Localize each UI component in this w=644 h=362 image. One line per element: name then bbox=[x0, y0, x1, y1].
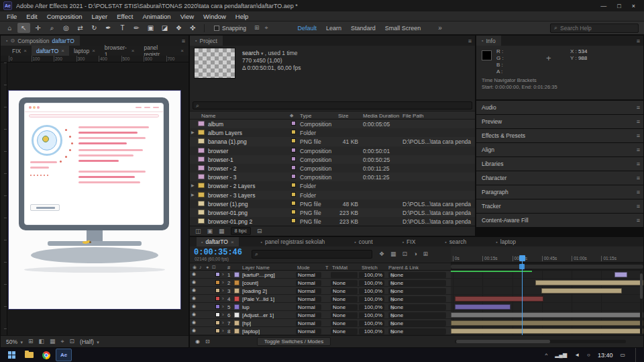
folder-expand-icon[interactable]: ▶ bbox=[191, 130, 195, 134]
trkmat-dropdown[interactable]: None ▾ bbox=[331, 328, 358, 334]
timeline-tab[interactable]: ▪ daftarTO × bbox=[197, 237, 239, 246]
toggle-switches-modes-button[interactable]: Toggle Switches / Modes bbox=[257, 337, 331, 346]
interpret-footage-icon[interactable]: ◫ bbox=[195, 228, 201, 234]
menu-item[interactable]: Help bbox=[231, 13, 254, 20]
viewer-tab[interactable]: FIX × bbox=[7, 46, 32, 56]
layer-duration-bar[interactable] bbox=[614, 272, 627, 277]
layer-expand-icon[interactable]: › bbox=[222, 279, 224, 285]
zoom-dropdown[interactable]: 50% ▾ bbox=[6, 338, 23, 345]
current-timecode[interactable]: 0:00:35:46 bbox=[194, 248, 242, 257]
viewer-tab[interactable]: daftarTO × bbox=[32, 46, 69, 56]
project-row[interactable]: browser - 2 Composition 0:00:11:25 bbox=[190, 164, 475, 173]
menu-item[interactable]: View bbox=[176, 13, 199, 20]
layer-expand-icon[interactable]: › bbox=[222, 328, 224, 334]
composition-viewport[interactable] bbox=[7, 62, 189, 335]
puppet-pin-tool-icon[interactable]: ✜ bbox=[186, 23, 199, 33]
layer-name[interactable]: [hp] bbox=[242, 320, 251, 326]
stretch-value[interactable]: 100,0% bbox=[359, 320, 384, 326]
layer-color-swatch[interactable] bbox=[215, 328, 220, 333]
layer-visibility-toggle[interactable]: ◉ bbox=[192, 312, 196, 317]
item-name[interactable]: browser - 2 Layers bbox=[208, 183, 255, 189]
layer-duration-bar[interactable] bbox=[451, 312, 643, 318]
layer-row[interactable]: ◉ › 5 lup Normal ▾ None ▾ bbox=[190, 303, 451, 311]
tab-close-icon[interactable]: × bbox=[131, 48, 135, 54]
tab-close-icon[interactable]: × bbox=[180, 48, 184, 54]
show-desktop-button[interactable] bbox=[635, 348, 637, 362]
column-parent-link[interactable]: Parent & Link bbox=[388, 265, 419, 271]
graph-editor-icon[interactable]: ⊞ bbox=[423, 251, 429, 257]
tab-close-icon[interactable]: × bbox=[231, 239, 234, 245]
panel-menu-icon[interactable]: ≡ bbox=[637, 38, 640, 44]
zoom-tool-icon[interactable]: ⌕ bbox=[46, 23, 58, 33]
menu-item[interactable]: Composition bbox=[42, 13, 87, 20]
mode-dropdown[interactable]: Normal ▾ bbox=[296, 304, 321, 310]
project-row[interactable]: browser-01.png PNG file 223 KB D:\POLS..… bbox=[190, 208, 475, 217]
parent-link-dropdown[interactable]: ◎ None ▾ bbox=[388, 272, 446, 278]
label-color-swatch[interactable] bbox=[291, 138, 296, 143]
column-type[interactable]: Type bbox=[300, 113, 311, 119]
layer-visibility-toggle[interactable]: ◉ bbox=[192, 320, 196, 325]
layer-visibility-toggle[interactable]: ◉ bbox=[192, 296, 196, 301]
panel-menu-icon[interactable]: ≡ bbox=[182, 38, 185, 44]
panel-menu-icon[interactable]: ≡ bbox=[637, 104, 640, 111]
panel-menu-icon[interactable]: ≡ bbox=[637, 132, 640, 139]
project-panel-tab[interactable]: ▪ Project bbox=[190, 36, 223, 46]
column-layer-name[interactable]: Layer Name bbox=[242, 265, 270, 271]
timeline-tab[interactable]: ▪ laptop bbox=[491, 237, 523, 246]
trkmat-dropdown[interactable]: None ▾ bbox=[331, 296, 358, 302]
close-button[interactable]: × bbox=[632, 3, 635, 9]
layer-expand-icon[interactable]: › bbox=[222, 304, 224, 310]
label-color-swatch[interactable] bbox=[291, 121, 296, 126]
item-name[interactable]: browser (1).png bbox=[208, 201, 248, 208]
workspace-item[interactable]: Small Screen bbox=[385, 25, 421, 32]
workspace-item[interactable]: Learn bbox=[326, 25, 341, 32]
layer-duration-bar[interactable] bbox=[541, 288, 623, 293]
panel-menu-icon[interactable]: ≡ bbox=[637, 146, 640, 153]
viewer-tab[interactable]: browser-1 × bbox=[100, 46, 140, 56]
chrome-button[interactable] bbox=[38, 348, 55, 362]
collapsed-panel[interactable]: Content-Aware Fill ≡ bbox=[476, 214, 643, 227]
collapsed-panel[interactable]: Effects & Presets ≡ bbox=[476, 129, 643, 142]
parent-link-dropdown[interactable]: ◎ None ▾ bbox=[388, 312, 446, 318]
parent-link-dropdown[interactable]: ◎ None ▾ bbox=[388, 296, 446, 302]
composition-marker-icon[interactable]: ◉ bbox=[195, 338, 200, 345]
timeline-tab[interactable]: ▪ panel registrasi sekolah bbox=[256, 237, 333, 246]
label-color-swatch[interactable] bbox=[291, 165, 296, 170]
layer-duration-bar[interactable] bbox=[451, 320, 643, 326]
item-name[interactable]: banana (1).png bbox=[208, 138, 247, 145]
viewer-tab[interactable]: laptop × bbox=[69, 46, 100, 56]
menu-item[interactable]: Window bbox=[199, 13, 231, 20]
layer-expand-icon[interactable]: › bbox=[222, 312, 224, 318]
region-of-interest-icon[interactable]: ◧ bbox=[38, 338, 44, 345]
project-row[interactable]: browser (1).png PNG file 48 KB D:\POLS..… bbox=[190, 199, 475, 208]
column-file-path[interactable]: File Path bbox=[402, 113, 424, 119]
layer-row[interactable]: ◉ › 1 [kartuP....png] Normal ▾ bbox=[190, 271, 451, 279]
layer-row[interactable]: ◉ › 4 [Pale Y...lid 1] Normal ▾ None ▾ bbox=[190, 295, 451, 303]
item-name[interactable]: browser - 2 bbox=[208, 165, 237, 172]
pan-camera-tool-icon[interactable]: ⇄ bbox=[74, 23, 87, 33]
layer-color-swatch[interactable] bbox=[215, 296, 220, 301]
brush-tool-icon[interactable]: ✏ bbox=[130, 23, 143, 33]
workspace-item[interactable]: Default bbox=[298, 25, 317, 32]
info-panel-tab[interactable]: ▪ Info bbox=[476, 36, 501, 46]
item-name[interactable]: browser - 3 bbox=[208, 174, 237, 181]
help-search-input[interactable] bbox=[560, 25, 635, 32]
after-effects-taskbar-button[interactable]: Ae bbox=[55, 348, 72, 362]
layer-name[interactable]: [laptop] bbox=[242, 328, 260, 334]
viewer-lock-icon[interactable]: ⊙ bbox=[10, 38, 15, 44]
layer-name[interactable]: [count] bbox=[242, 280, 258, 286]
layer-name[interactable]: [Pale Y...lid 1] bbox=[242, 296, 274, 302]
transparency-grid-icon[interactable]: ▦ bbox=[50, 338, 56, 345]
playhead-head[interactable] bbox=[519, 255, 525, 261]
mode-dropdown[interactable]: Normal ▾ bbox=[296, 312, 321, 318]
pen-tool-icon[interactable]: ✒ bbox=[102, 23, 115, 33]
layer-expand-icon[interactable]: › bbox=[222, 296, 224, 302]
timeline-horizontal-scrollbar[interactable] bbox=[455, 340, 626, 343]
workspace-item[interactable]: Standard bbox=[351, 25, 376, 32]
layer-visibility-toggle[interactable]: ◉ bbox=[192, 287, 196, 293]
tab-close-icon[interactable]: × bbox=[61, 48, 64, 54]
volume-icon[interactable]: ◄ bbox=[574, 352, 580, 358]
layer-visibility-toggle[interactable]: ◉ bbox=[192, 328, 196, 333]
layer-row[interactable]: ◉ › 6 [Adjust...er 1] Normal ▾ None ▾ bbox=[190, 311, 451, 319]
folder-expand-icon[interactable]: ▶ bbox=[191, 192, 195, 197]
